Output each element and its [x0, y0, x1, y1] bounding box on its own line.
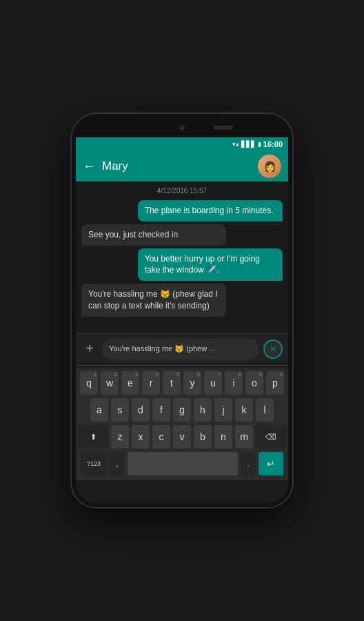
- key-shift[interactable]: ⬆: [78, 425, 108, 448]
- speaker: [214, 126, 233, 130]
- key-r[interactable]: 4r: [142, 371, 160, 395]
- key-z[interactable]: z: [111, 425, 129, 448]
- key-g[interactable]: g: [173, 398, 191, 422]
- key-s[interactable]: s: [111, 398, 129, 422]
- key-m[interactable]: m: [235, 425, 253, 448]
- keyboard-row-4: ?123 , . ↵: [78, 452, 286, 475]
- key-v[interactable]: v: [173, 425, 191, 448]
- camera: [179, 125, 185, 130]
- avatar-image: 👩: [258, 155, 281, 178]
- wifi-icon: ▾▴: [232, 141, 239, 148]
- key-w[interactable]: 2w: [101, 371, 119, 395]
- key-p[interactable]: 0p: [266, 371, 284, 395]
- message-text-2: See you, just checked in: [88, 230, 178, 239]
- key-space[interactable]: [128, 452, 238, 475]
- key-t[interactable]: 5t: [163, 371, 181, 395]
- keyboard-row-1: 1q 2w 3e 4r 5t 6y 7u 8i 9o 0p: [78, 371, 286, 395]
- typing-preview: You're hassling me 😾 (phew ...: [109, 344, 216, 353]
- keyboard-divider: [76, 365, 288, 366]
- battery-icon: ▮: [258, 141, 261, 148]
- key-k[interactable]: k: [235, 398, 253, 422]
- key-c[interactable]: c: [152, 425, 170, 448]
- key-a[interactable]: a: [90, 398, 108, 422]
- key-e[interactable]: 3e: [121, 371, 139, 395]
- keyboard-row-2: a s d f g h j k l: [78, 398, 286, 422]
- status-bar: ▾▴ ▋▋▋ ▮ 16:00: [76, 137, 288, 151]
- contact-name: Mary: [102, 159, 251, 173]
- cancel-send-button[interactable]: ✕: [263, 339, 283, 359]
- key-backspace[interactable]: ⌫: [256, 425, 286, 448]
- key-comma[interactable]: ,: [110, 452, 125, 475]
- key-f[interactable]: f: [152, 398, 170, 422]
- status-time: 16:00: [263, 140, 283, 148]
- key-q[interactable]: 1q: [80, 371, 98, 395]
- key-d[interactable]: d: [132, 398, 150, 422]
- back-button[interactable]: ←: [83, 159, 95, 174]
- key-enter[interactable]: ↵: [259, 452, 283, 475]
- message-text-3: You better hurry up or I'm going take th…: [145, 254, 260, 275]
- phone-frame: ▾▴ ▋▋▋ ▮ 16:00 ← Mary 👩 4/12/2016 15:57 …: [72, 114, 292, 507]
- message-text-1: The plane is boarding in 5 minutes.: [145, 206, 274, 215]
- message-bubble-1: The plane is boarding in 5 minutes.: [138, 200, 283, 221]
- key-symbols[interactable]: ?123: [81, 452, 107, 475]
- keyboard-row-3: ⬆ z x c v b n m ⌫: [78, 425, 286, 448]
- chat-area: 4/12/2016 15:57 The plane is boarding in…: [76, 181, 288, 333]
- message-timestamp: 4/12/2016 15:57: [81, 187, 283, 195]
- key-n[interactable]: n: [214, 425, 232, 448]
- key-x[interactable]: x: [132, 425, 150, 448]
- input-area: + You're hassling me 😾 (phew ... ✕: [76, 333, 288, 364]
- key-l[interactable]: l: [256, 398, 274, 422]
- attach-button[interactable]: +: [81, 341, 98, 357]
- message-text-4: You're hassling me 😾 (phew glad I can st…: [88, 289, 218, 310]
- message-bubble-3: You better hurry up or I'm going take th…: [138, 248, 283, 282]
- message-bubble-4: You're hassling me 😾 (phew glad I can st…: [81, 284, 226, 317]
- key-b[interactable]: b: [194, 425, 212, 448]
- key-period[interactable]: .: [241, 452, 256, 475]
- message-input[interactable]: You're hassling me 😾 (phew ...: [102, 339, 259, 359]
- key-j[interactable]: j: [214, 398, 232, 422]
- key-h[interactable]: h: [194, 398, 212, 422]
- key-o[interactable]: 9o: [245, 371, 263, 395]
- key-u[interactable]: 7u: [204, 371, 222, 395]
- keyboard: 1q 2w 3e 4r 5t 6y 7u 8i 9o 0p a s d f g …: [76, 368, 288, 480]
- key-i[interactable]: 8i: [225, 371, 243, 395]
- status-icons: ▾▴ ▋▋▋ ▮ 16:00: [232, 140, 283, 148]
- message-bubble-2: See you, just checked in: [81, 224, 226, 246]
- signal-icon: ▋▋▋: [241, 141, 256, 148]
- notch-area: [76, 118, 288, 137]
- avatar[interactable]: 👩: [258, 155, 281, 178]
- header: ← Mary 👩: [76, 151, 288, 181]
- key-y[interactable]: 6y: [183, 371, 201, 395]
